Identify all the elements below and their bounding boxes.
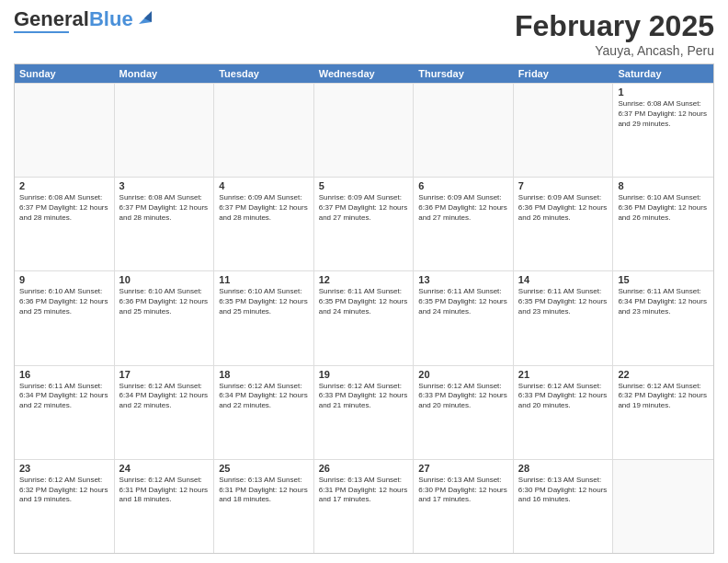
day-number: 22	[618, 369, 709, 380]
calendar-row-1: 2Sunrise: 6:08 AM Sunset: 6:37 PM Daylig…	[15, 177, 713, 270]
day-number: 20	[418, 369, 508, 380]
calendar-cell: 6Sunrise: 6:09 AM Sunset: 6:36 PM Daylig…	[414, 178, 514, 270]
calendar-cell: 20Sunrise: 6:12 AM Sunset: 6:33 PM Dayli…	[414, 366, 514, 459]
header-saturday: Saturday	[613, 64, 713, 83]
header-friday: Friday	[514, 64, 614, 83]
day-info: Sunrise: 6:10 AM Sunset: 6:35 PM Dayligh…	[219, 287, 309, 316]
day-info: Sunrise: 6:11 AM Sunset: 6:35 PM Dayligh…	[319, 287, 409, 316]
day-number: 26	[319, 463, 409, 474]
day-number: 28	[518, 463, 609, 474]
logo-general: General	[14, 7, 89, 30]
day-info: Sunrise: 6:11 AM Sunset: 6:35 PM Dayligh…	[418, 287, 508, 316]
calendar-cell	[514, 84, 614, 177]
day-info: Sunrise: 6:13 AM Sunset: 6:31 PM Dayligh…	[219, 476, 309, 505]
calendar-row-3: 16Sunrise: 6:11 AM Sunset: 6:34 PM Dayli…	[15, 365, 713, 459]
day-number: 4	[219, 180, 309, 191]
logo-icon	[135, 9, 152, 26]
day-info: Sunrise: 6:12 AM Sunset: 6:33 PM Dayligh…	[418, 382, 508, 411]
day-info: Sunrise: 6:12 AM Sunset: 6:34 PM Dayligh…	[119, 382, 210, 411]
header-monday: Monday	[115, 64, 215, 83]
day-info: Sunrise: 6:09 AM Sunset: 6:37 PM Dayligh…	[319, 193, 409, 223]
calendar-cell: 15Sunrise: 6:11 AM Sunset: 6:34 PM Dayli…	[613, 271, 713, 364]
day-number: 19	[319, 369, 409, 380]
header-tuesday: Tuesday	[214, 64, 314, 83]
day-info: Sunrise: 6:11 AM Sunset: 6:34 PM Dayligh…	[19, 382, 109, 411]
header-thursday: Thursday	[414, 64, 514, 83]
day-number: 2	[19, 180, 109, 191]
header-wednesday: Wednesday	[314, 64, 415, 83]
calendar-cell: 12Sunrise: 6:11 AM Sunset: 6:35 PM Dayli…	[314, 271, 415, 364]
calendar-cell: 28Sunrise: 6:13 AM Sunset: 6:30 PM Dayli…	[514, 460, 614, 553]
day-number: 17	[119, 369, 210, 380]
day-number: 5	[319, 180, 409, 191]
calendar: Sunday Monday Tuesday Wednesday Thursday…	[14, 63, 714, 554]
day-number: 14	[518, 274, 609, 285]
day-info: Sunrise: 6:10 AM Sunset: 6:36 PM Dayligh…	[19, 287, 109, 316]
calendar-cell: 11Sunrise: 6:10 AM Sunset: 6:35 PM Dayli…	[214, 271, 314, 364]
month-title: February 2025	[515, 9, 714, 43]
day-number: 6	[418, 180, 508, 191]
calendar-cell: 14Sunrise: 6:11 AM Sunset: 6:35 PM Dayli…	[514, 271, 614, 364]
logo-line	[14, 31, 69, 33]
day-number: 1	[618, 86, 709, 98]
location: Yauya, Ancash, Peru	[515, 43, 714, 58]
calendar-cell	[214, 84, 314, 177]
calendar-cell: 9Sunrise: 6:10 AM Sunset: 6:36 PM Daylig…	[15, 271, 115, 364]
calendar-cell: 17Sunrise: 6:12 AM Sunset: 6:34 PM Dayli…	[115, 366, 215, 459]
logo-text: GeneralBlue	[14, 9, 133, 29]
day-info: Sunrise: 6:09 AM Sunset: 6:36 PM Dayligh…	[418, 193, 508, 223]
day-info: Sunrise: 6:08 AM Sunset: 6:37 PM Dayligh…	[618, 99, 709, 129]
day-number: 3	[119, 180, 210, 191]
day-number: 9	[19, 274, 109, 285]
calendar-cell: 4Sunrise: 6:09 AM Sunset: 6:37 PM Daylig…	[214, 178, 314, 270]
day-info: Sunrise: 6:12 AM Sunset: 6:31 PM Dayligh…	[119, 476, 210, 505]
day-info: Sunrise: 6:12 AM Sunset: 6:32 PM Dayligh…	[19, 476, 109, 505]
day-number: 13	[418, 274, 508, 285]
day-info: Sunrise: 6:12 AM Sunset: 6:32 PM Dayligh…	[618, 382, 709, 411]
calendar-cell: 10Sunrise: 6:10 AM Sunset: 6:36 PM Dayli…	[115, 271, 215, 364]
day-number: 23	[19, 463, 109, 474]
calendar-cell: 2Sunrise: 6:08 AM Sunset: 6:37 PM Daylig…	[15, 178, 115, 270]
calendar-cell: 18Sunrise: 6:12 AM Sunset: 6:34 PM Dayli…	[214, 366, 314, 459]
calendar-cell: 7Sunrise: 6:09 AM Sunset: 6:36 PM Daylig…	[514, 178, 614, 270]
day-number: 27	[418, 463, 508, 474]
calendar-cell: 23Sunrise: 6:12 AM Sunset: 6:32 PM Dayli…	[15, 460, 115, 553]
calendar-cell	[115, 84, 215, 177]
day-info: Sunrise: 6:11 AM Sunset: 6:34 PM Dayligh…	[618, 287, 709, 316]
day-info: Sunrise: 6:09 AM Sunset: 6:36 PM Dayligh…	[518, 193, 609, 223]
header: GeneralBlue February 2025 Yauya, Ancash,…	[14, 9, 714, 58]
calendar-header: Sunday Monday Tuesday Wednesday Thursday…	[15, 64, 713, 83]
calendar-cell: 5Sunrise: 6:09 AM Sunset: 6:37 PM Daylig…	[314, 178, 415, 270]
logo: GeneralBlue	[14, 9, 152, 33]
day-info: Sunrise: 6:13 AM Sunset: 6:30 PM Dayligh…	[418, 476, 508, 505]
day-number: 21	[518, 369, 609, 380]
day-number: 7	[518, 180, 609, 191]
day-info: Sunrise: 6:13 AM Sunset: 6:31 PM Dayligh…	[319, 476, 409, 505]
calendar-cell: 21Sunrise: 6:12 AM Sunset: 6:33 PM Dayli…	[514, 366, 614, 459]
day-number: 24	[119, 463, 210, 474]
day-info: Sunrise: 6:08 AM Sunset: 6:37 PM Dayligh…	[19, 193, 109, 223]
title-area: February 2025 Yauya, Ancash, Peru	[515, 9, 714, 58]
calendar-cell	[314, 84, 415, 177]
calendar-cell: 25Sunrise: 6:13 AM Sunset: 6:31 PM Dayli…	[214, 460, 314, 553]
day-number: 18	[219, 369, 309, 380]
calendar-cell: 22Sunrise: 6:12 AM Sunset: 6:32 PM Dayli…	[613, 366, 713, 459]
day-info: Sunrise: 6:10 AM Sunset: 6:36 PM Dayligh…	[618, 193, 709, 223]
day-number: 10	[119, 274, 210, 285]
day-number: 11	[219, 274, 309, 285]
day-number: 12	[319, 274, 409, 285]
day-info: Sunrise: 6:11 AM Sunset: 6:35 PM Dayligh…	[518, 287, 609, 316]
calendar-cell: 24Sunrise: 6:12 AM Sunset: 6:31 PM Dayli…	[115, 460, 215, 553]
page: GeneralBlue February 2025 Yauya, Ancash,…	[0, 0, 728, 563]
calendar-cell: 1Sunrise: 6:08 AM Sunset: 6:37 PM Daylig…	[613, 84, 713, 177]
calendar-cell	[414, 84, 514, 177]
day-info: Sunrise: 6:09 AM Sunset: 6:37 PM Dayligh…	[219, 193, 309, 223]
day-info: Sunrise: 6:10 AM Sunset: 6:36 PM Dayligh…	[119, 287, 210, 316]
calendar-cell: 3Sunrise: 6:08 AM Sunset: 6:37 PM Daylig…	[115, 178, 215, 270]
calendar-row-0: 1Sunrise: 6:08 AM Sunset: 6:37 PM Daylig…	[15, 83, 713, 177]
calendar-cell: 13Sunrise: 6:11 AM Sunset: 6:35 PM Dayli…	[414, 271, 514, 364]
calendar-cell: 16Sunrise: 6:11 AM Sunset: 6:34 PM Dayli…	[15, 366, 115, 459]
logo-blue: Blue	[89, 7, 133, 30]
calendar-cell	[613, 460, 713, 553]
day-info: Sunrise: 6:13 AM Sunset: 6:30 PM Dayligh…	[518, 476, 609, 505]
